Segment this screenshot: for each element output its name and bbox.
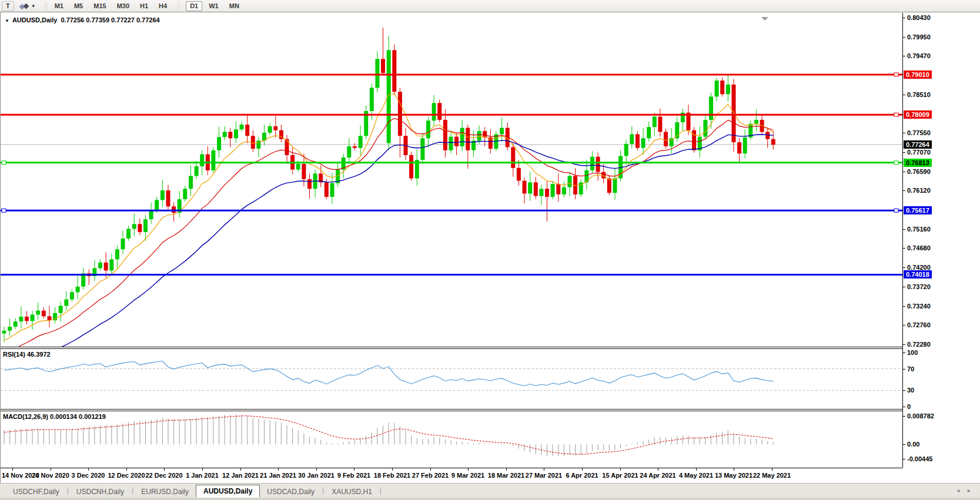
chart-shift-marker-icon[interactable] — [761, 17, 768, 21]
line-price-tag-0.74018: 0.74018 — [904, 270, 932, 278]
text-tool-label: T — [6, 2, 10, 9]
axis-tick — [903, 459, 905, 459]
axis-tick — [903, 325, 905, 325]
line-price-tag-0.78009: 0.78009 — [904, 110, 932, 119]
chart-tab-bar: USDCHF,Daily|USDCNH,Daily|EURUSD,DailyAU… — [0, 483, 980, 498]
timeframe-button-mn[interactable]: MN — [225, 1, 243, 11]
axis-tick — [903, 407, 905, 407]
timeframe-toolbar: M1M5M15M30H1H4D1W1MN — [51, 1, 243, 11]
timeframe-button-m15[interactable]: M15 — [89, 1, 110, 11]
rsi-axis-label: 0 — [907, 403, 911, 410]
date-tick — [88, 468, 89, 471]
tab-scroll-arrows: ◄ ► — [955, 488, 972, 494]
macd-panel[interactable]: MACD(12,26,9) 0.000134 0.001219 — [1, 411, 902, 468]
text-tool-button[interactable]: T — [2, 1, 14, 11]
axis-tick — [903, 18, 905, 18]
timeframe-button-h1[interactable]: H1 — [136, 1, 152, 11]
line-handle[interactable] — [894, 113, 898, 116]
ohlc-close: 0.77264 — [136, 16, 160, 24]
ohlc-low: 0.77227 — [111, 16, 135, 24]
chart-window: ▼AUDUSD,Daily 0.77256 0.77359 0.77227 0.… — [0, 12, 980, 483]
cursor-style-button[interactable]: ▼ — [18, 1, 38, 11]
line-handle[interactable] — [2, 161, 6, 165]
rsi-axis-label: 70 — [907, 365, 914, 373]
top-toolbar: T ▼ M1M5M15M30H1H4D1W1MN — [0, 0, 980, 12]
date-tick — [696, 468, 697, 471]
line-handle[interactable] — [894, 73, 898, 76]
timeframe-button-m30[interactable]: M30 — [113, 1, 133, 11]
rsi-canvas[interactable] — [1, 349, 902, 409]
timeframe-button-m5[interactable]: M5 — [70, 1, 87, 11]
dropdown-caret-icon: ▼ — [31, 4, 36, 9]
date-tick — [392, 468, 393, 471]
price-axis-label: 0.73720 — [907, 283, 931, 290]
rsi-line — [4, 361, 773, 386]
rsi-label: RSI(14) 46.3972 — [3, 351, 51, 358]
date-tick — [468, 468, 469, 471]
diamond-icon — [23, 3, 29, 9]
rsi-panel[interactable]: RSI(14) 46.3972 — [1, 349, 902, 409]
tab-scroll-right-icon[interactable]: ► — [966, 488, 972, 494]
timeframe-button-w1[interactable]: W1 — [205, 1, 223, 11]
chart-tab-usdcad-daily[interactable]: USDCAD,Daily — [260, 486, 322, 498]
price-axis-label: 0.72280 — [907, 341, 931, 348]
date-tick — [316, 468, 317, 471]
axis-tick — [903, 56, 905, 56]
axis-tick — [903, 369, 905, 370]
tab-separator: | — [379, 486, 382, 495]
chart-symbol-label: AUDUSD,Daily — [12, 16, 57, 24]
chart-tab-eurusd-daily[interactable]: EURUSD,Daily — [134, 486, 196, 498]
macd-axis-label: 0.00 — [907, 441, 919, 448]
price-axis[interactable]: 0.804300.799500.794700.785100.775500.770… — [902, 13, 980, 468]
axis-tick — [903, 267, 905, 268]
date-tick — [12, 468, 13, 471]
chart-tab-xauusd-h1[interactable]: XAUUSD,H1 — [325, 486, 379, 498]
current-price-tag: 0.77264 — [904, 140, 932, 149]
chart-tab-audusd-daily[interactable]: AUDUSD,Daily — [196, 485, 260, 498]
price-axis-label: 0.77070 — [907, 149, 931, 156]
date-tick — [126, 468, 127, 471]
line-handle[interactable] — [894, 161, 898, 165]
toolbar-grip[interactable] — [44, 2, 47, 10]
date-tick — [278, 468, 279, 471]
main-chart-panel[interactable]: ▼AUDUSD,Daily 0.77256 0.77359 0.77227 0.… — [1, 13, 902, 347]
axis-tick — [903, 133, 905, 133]
axis-tick — [903, 37, 905, 38]
line-handle[interactable] — [2, 209, 6, 212]
date-tick — [582, 468, 583, 471]
date-tick — [164, 468, 165, 471]
macd-label: MACD(12,26,9) 0.000134 0.001219 — [3, 413, 106, 420]
axis-tick — [903, 95, 905, 95]
axis-tick — [903, 353, 905, 353]
date-tick — [620, 468, 621, 471]
macd-canvas[interactable] — [1, 411, 902, 468]
rsi-axis-label: 30 — [907, 387, 914, 394]
main-chart-canvas[interactable] — [1, 13, 902, 347]
ma-slow-line — [4, 135, 773, 347]
axis-tick — [903, 172, 905, 172]
axis-tick — [903, 152, 905, 153]
line-price-tag-0.75617: 0.75617 — [904, 206, 932, 214]
price-axis-label: 0.73240 — [907, 303, 931, 310]
line-price-tag-0.76813: 0.76813 — [904, 159, 932, 167]
chart-tab-usdchf-daily[interactable]: USDCHF,Daily — [6, 486, 66, 498]
timeframe-button-m1[interactable]: M1 — [51, 1, 68, 11]
date-tick — [354, 468, 354, 471]
status-strip — [0, 498, 980, 500]
date-tick — [658, 468, 658, 471]
chart-tab-usdcnh-daily[interactable]: USDCNH,Daily — [69, 486, 131, 498]
axis-tick — [903, 248, 905, 249]
line-handle[interactable] — [894, 209, 898, 212]
axis-tick — [903, 416, 905, 417]
timeframe-button-d1[interactable]: D1 — [186, 1, 202, 11]
axis-tick — [903, 229, 905, 230]
timeframe-button-h4[interactable]: H4 — [155, 1, 171, 11]
price-axis-label: 0.79950 — [907, 33, 931, 41]
date-axis[interactable]: 14 Nov 202024 Nov 20203 Dec 202012 Dec 2… — [1, 468, 902, 483]
mt4-application: T ▼ M1M5M15M30H1H4D1W1MN ▼AUDUSD,Daily 0… — [0, 0, 980, 500]
date-tick — [734, 468, 734, 471]
tab-scroll-left-icon[interactable]: ◄ — [955, 488, 961, 494]
toolbar-grip[interactable] — [177, 2, 180, 10]
axis-tick — [903, 190, 905, 191]
price-axis-label: 0.74680 — [907, 244, 931, 251]
